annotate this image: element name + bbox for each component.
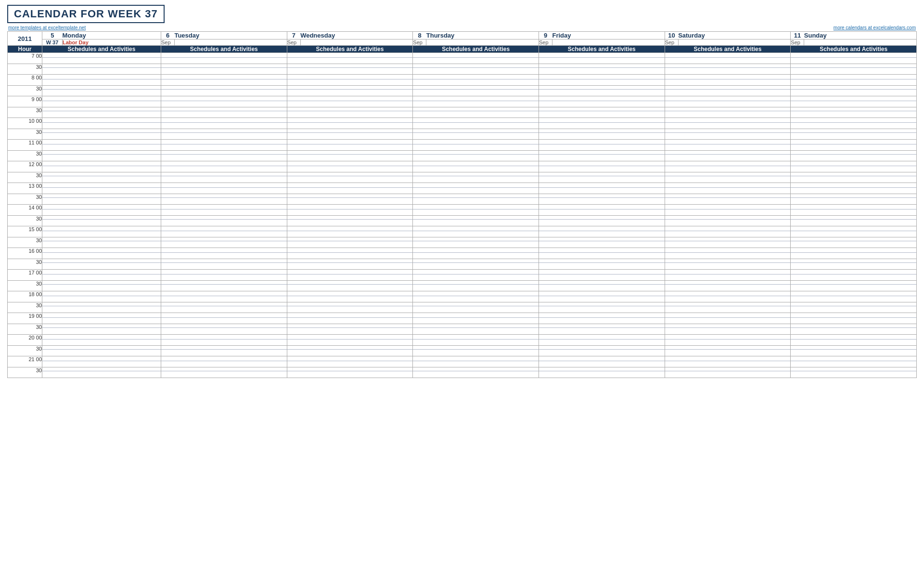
sched-cell-day5-900[interactable] xyxy=(665,96,791,107)
sched-cell-day0-730[interactable] xyxy=(42,64,161,75)
sched-cell-day0-800[interactable] xyxy=(42,75,161,86)
sched-cell-day4-1530[interactable] xyxy=(539,237,665,248)
sched-cell-day6-1500[interactable] xyxy=(791,226,917,237)
sched-cell-day5-1300[interactable] xyxy=(665,183,791,194)
sched-cell-day6-930[interactable] xyxy=(791,107,917,118)
sched-cell-day4-1500[interactable] xyxy=(539,226,665,237)
sched-cell-day4-2130[interactable] xyxy=(539,367,665,378)
sched-cell-day3-830[interactable] xyxy=(413,86,539,96)
sched-cell-day5-1730[interactable] xyxy=(665,281,791,291)
sched-cell-day3-1400[interactable] xyxy=(413,205,539,216)
sched-cell-day5-2030[interactable] xyxy=(665,346,791,356)
sched-cell-day2-1900[interactable] xyxy=(287,313,413,324)
sched-cell-day0-2030[interactable] xyxy=(42,346,161,356)
sched-cell-day2-1500[interactable] xyxy=(287,226,413,237)
sched-cell-day4-1330[interactable] xyxy=(539,194,665,205)
sched-cell-day0-1400[interactable] xyxy=(42,205,161,216)
sched-cell-day6-1230[interactable] xyxy=(791,172,917,183)
sched-cell-day5-1600[interactable] xyxy=(665,248,791,259)
sched-cell-day3-930[interactable] xyxy=(413,107,539,118)
sched-cell-day6-700[interactable] xyxy=(791,53,917,64)
sched-cell-day1-1400[interactable] xyxy=(161,205,287,216)
sched-cell-day2-1100[interactable] xyxy=(287,140,413,151)
sched-cell-day0-1330[interactable] xyxy=(42,194,161,205)
sched-cell-day6-1600[interactable] xyxy=(791,248,917,259)
sched-cell-day6-1930[interactable] xyxy=(791,324,917,335)
sched-cell-day3-900[interactable] xyxy=(413,96,539,107)
sched-cell-day0-1100[interactable] xyxy=(42,140,161,151)
sched-cell-day0-1700[interactable] xyxy=(42,270,161,281)
sched-cell-day5-1630[interactable] xyxy=(665,259,791,270)
sched-cell-day6-1900[interactable] xyxy=(791,313,917,324)
link-right[interactable]: more calendars at excelcalendars.com xyxy=(834,25,916,30)
sched-cell-day6-1830[interactable] xyxy=(791,302,917,313)
sched-cell-day4-2000[interactable] xyxy=(539,335,665,346)
sched-cell-day5-2000[interactable] xyxy=(665,335,791,346)
sched-cell-day0-1130[interactable] xyxy=(42,151,161,161)
sched-cell-day5-1130[interactable] xyxy=(665,151,791,161)
sched-cell-day1-1430[interactable] xyxy=(161,216,287,226)
sched-cell-day2-2000[interactable] xyxy=(287,335,413,346)
sched-cell-day2-730[interactable] xyxy=(287,64,413,75)
sched-cell-day3-1200[interactable] xyxy=(413,161,539,172)
sched-cell-day3-700[interactable] xyxy=(413,53,539,64)
sched-cell-day5-1030[interactable] xyxy=(665,129,791,140)
sched-cell-day2-1800[interactable] xyxy=(287,291,413,302)
sched-cell-day2-2130[interactable] xyxy=(287,367,413,378)
sched-cell-day5-1100[interactable] xyxy=(665,140,791,151)
sched-cell-day1-1900[interactable] xyxy=(161,313,287,324)
sched-cell-day2-2030[interactable] xyxy=(287,346,413,356)
sched-cell-day0-1000[interactable] xyxy=(42,118,161,129)
sched-cell-day4-1230[interactable] xyxy=(539,172,665,183)
sched-cell-day4-1900[interactable] xyxy=(539,313,665,324)
sched-cell-day4-1030[interactable] xyxy=(539,129,665,140)
sched-cell-day1-1230[interactable] xyxy=(161,172,287,183)
sched-cell-day2-1130[interactable] xyxy=(287,151,413,161)
sched-cell-day5-800[interactable] xyxy=(665,75,791,86)
sched-cell-day3-1900[interactable] xyxy=(413,313,539,324)
sched-cell-day1-700[interactable] xyxy=(161,53,287,64)
sched-cell-day0-930[interactable] xyxy=(42,107,161,118)
sched-cell-day6-1030[interactable] xyxy=(791,129,917,140)
sched-cell-day4-1000[interactable] xyxy=(539,118,665,129)
sched-cell-day1-830[interactable] xyxy=(161,86,287,96)
sched-cell-day0-830[interactable] xyxy=(42,86,161,96)
sched-cell-day6-1130[interactable] xyxy=(791,151,917,161)
sched-cell-day2-1730[interactable] xyxy=(287,281,413,291)
sched-cell-day0-1430[interactable] xyxy=(42,216,161,226)
sched-cell-day2-1600[interactable] xyxy=(287,248,413,259)
sched-cell-day6-1100[interactable] xyxy=(791,140,917,151)
sched-cell-day0-1930[interactable] xyxy=(42,324,161,335)
sched-cell-day1-1100[interactable] xyxy=(161,140,287,151)
sched-cell-day0-1030[interactable] xyxy=(42,129,161,140)
sched-cell-day5-1900[interactable] xyxy=(665,313,791,324)
sched-cell-day3-1100[interactable] xyxy=(413,140,539,151)
sched-cell-day2-1830[interactable] xyxy=(287,302,413,313)
sched-cell-day6-1800[interactable] xyxy=(791,291,917,302)
sched-cell-day3-1000[interactable] xyxy=(413,118,539,129)
sched-cell-day0-1630[interactable] xyxy=(42,259,161,270)
sched-cell-day4-1400[interactable] xyxy=(539,205,665,216)
sched-cell-day2-1230[interactable] xyxy=(287,172,413,183)
sched-cell-day0-1830[interactable] xyxy=(42,302,161,313)
sched-cell-day3-2030[interactable] xyxy=(413,346,539,356)
sched-cell-day0-1530[interactable] xyxy=(42,237,161,248)
sched-cell-day5-1500[interactable] xyxy=(665,226,791,237)
sched-cell-day6-800[interactable] xyxy=(791,75,917,86)
sched-cell-day0-1500[interactable] xyxy=(42,226,161,237)
sched-cell-day4-830[interactable] xyxy=(539,86,665,96)
sched-cell-day6-1200[interactable] xyxy=(791,161,917,172)
sched-cell-day6-1630[interactable] xyxy=(791,259,917,270)
sched-cell-day4-900[interactable] xyxy=(539,96,665,107)
sched-cell-day4-930[interactable] xyxy=(539,107,665,118)
sched-cell-day5-930[interactable] xyxy=(665,107,791,118)
sched-cell-day3-2100[interactable] xyxy=(413,356,539,367)
sched-cell-day5-1330[interactable] xyxy=(665,194,791,205)
sched-cell-day5-1430[interactable] xyxy=(665,216,791,226)
sched-cell-day2-1430[interactable] xyxy=(287,216,413,226)
sched-cell-day2-2100[interactable] xyxy=(287,356,413,367)
link-left[interactable]: more templates at exceltemplate.net xyxy=(8,25,86,30)
sched-cell-day3-1300[interactable] xyxy=(413,183,539,194)
sched-cell-day2-1700[interactable] xyxy=(287,270,413,281)
sched-cell-day5-700[interactable] xyxy=(665,53,791,64)
